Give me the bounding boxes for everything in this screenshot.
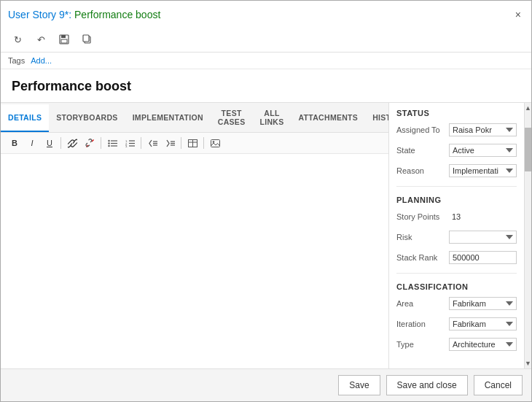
save-icon (59, 34, 69, 45)
iteration-label: Iteration (396, 320, 449, 328)
indent-decrease-button[interactable] (144, 135, 160, 151)
ordered-list-button[interactable]: 1. 2. 3. (122, 135, 138, 151)
story-points-value: 13 (449, 212, 517, 222)
title-prefix: User Story 9*: (8, 9, 71, 20)
close-button[interactable]: × (511, 7, 525, 22)
main-toolbar: ↻ ↶ (1, 27, 531, 53)
svg-rect-1 (61, 35, 66, 38)
assigned-to-value: Raisa Pokr (449, 123, 517, 136)
tags-label: Tags (8, 56, 25, 65)
italic-button[interactable]: I (24, 135, 40, 151)
insert-image-button[interactable] (207, 135, 223, 151)
tab-all-links[interactable]: ALL LINKS (252, 104, 291, 132)
tab-storyboards[interactable]: STORYBOARDS (49, 104, 125, 132)
undo-button[interactable]: ↶ (31, 30, 50, 49)
ordered-list-icon: 1. 2. 3. (125, 139, 135, 147)
insert-table-button[interactable] (184, 135, 200, 151)
stack-rank-label: Stack Rank (396, 253, 449, 262)
classification-section-header: CLASSIFICATION (396, 282, 517, 291)
type-value: ArchitectureFeatureBug (449, 338, 517, 351)
state-select[interactable]: ActiveResolvedClosedNew (449, 144, 517, 157)
reason-select[interactable]: Implementati (449, 164, 517, 177)
story-points-text: 13 (449, 211, 463, 223)
indent-increase-button[interactable] (162, 135, 178, 151)
save-close-button[interactable]: Save and close (386, 375, 468, 395)
title-main: Performance boost (74, 9, 160, 20)
svg-rect-4 (83, 35, 89, 42)
reason-row: Reason Implementati (396, 163, 517, 179)
story-points-label: Story Points (396, 212, 449, 221)
save-icon-button[interactable] (55, 30, 74, 49)
unordered-list-icon (108, 139, 117, 147)
main-content: DETAILS STORYBOARDS IMPLEMENTATION TEST … (1, 103, 531, 368)
refresh-button[interactable]: ↻ (8, 30, 27, 49)
planning-divider (396, 273, 517, 274)
iteration-value: Fabrikam (449, 317, 517, 331)
toolbar-separator-3 (141, 137, 141, 149)
reason-value: Implementati (449, 164, 517, 177)
scroll-up-arrow[interactable]: ▲ (525, 103, 531, 113)
remove-link-icon (85, 139, 95, 148)
state-row: State ActiveResolvedClosedNew (396, 142, 517, 158)
svg-rect-26 (211, 139, 219, 147)
unordered-list-button[interactable] (104, 135, 120, 151)
tab-implementation[interactable]: IMPLEMENTATION (125, 104, 211, 132)
tab-attachments[interactable]: ATTACHMENTS (291, 104, 365, 132)
work-item-title-input[interactable] (8, 77, 524, 96)
bold-button[interactable]: B (7, 135, 23, 151)
iteration-select[interactable]: Fabrikam (449, 317, 517, 331)
svg-text:3.: 3. (125, 144, 128, 147)
tabs-bar: DETAILS STORYBOARDS IMPLEMENTATION TEST … (1, 103, 388, 133)
copy-button[interactable] (78, 30, 97, 49)
stack-rank-row: Stack Rank (396, 250, 517, 266)
svg-point-7 (108, 144, 109, 146)
stack-rank-value (449, 251, 517, 264)
cancel-button[interactable]: Cancel (474, 375, 523, 395)
left-panel: DETAILS STORYBOARDS IMPLEMENTATION TEST … (1, 103, 389, 368)
status-divider (396, 186, 517, 187)
assigned-to-select[interactable]: Raisa Pokr (449, 123, 517, 136)
type-select[interactable]: ArchitectureFeatureBug (449, 338, 517, 351)
assigned-to-row: Assigned To Raisa Pokr (396, 122, 517, 138)
risk-select[interactable]: High Medium Low (449, 231, 517, 244)
svg-point-5 (108, 139, 109, 141)
hyperlink-button[interactable] (64, 135, 80, 151)
area-value: Fabrikam (449, 297, 517, 310)
underline-button[interactable]: U (42, 135, 58, 151)
editor-content-area[interactable] (1, 154, 388, 368)
tab-history[interactable]: HISTORY (365, 104, 389, 132)
area-select[interactable]: Fabrikam (449, 297, 517, 310)
indent-decrease-icon (148, 139, 157, 147)
assigned-to-label: Assigned To (396, 125, 449, 134)
tags-row: Tags Add... (1, 53, 531, 69)
editor-toolbar: B I U (1, 133, 388, 154)
right-panel: STATUS Assigned To Raisa Pokr State Acti… (389, 103, 524, 368)
svg-point-6 (108, 142, 109, 144)
toolbar-separator-5 (203, 137, 204, 149)
save-button[interactable]: Save (338, 375, 380, 395)
table-icon (188, 139, 197, 147)
hyperlink-icon (68, 139, 77, 148)
type-label: Type (396, 340, 449, 349)
svg-rect-2 (61, 39, 67, 43)
scroll-track: ▲ ▼ (524, 103, 531, 368)
stack-rank-input[interactable] (449, 251, 517, 264)
risk-value: High Medium Low (449, 231, 517, 244)
area-row: Area Fabrikam (396, 295, 517, 312)
reason-label: Reason (396, 166, 449, 175)
risk-label: Risk (396, 233, 449, 241)
story-points-row: Story Points 13 (396, 209, 517, 225)
state-label: State (396, 146, 449, 155)
remove-link-button[interactable] (82, 135, 98, 151)
copy-icon (82, 34, 93, 45)
scroll-thumb[interactable] (525, 128, 531, 171)
iteration-row: Iteration Fabrikam (396, 316, 517, 332)
scroll-down-arrow[interactable]: ▼ (525, 358, 531, 368)
title-input-row (1, 69, 531, 103)
type-row: Type ArchitectureFeatureBug (396, 336, 517, 352)
image-icon (211, 139, 220, 147)
tags-add-button[interactable]: Add... (31, 56, 52, 65)
status-section-header: STATUS (396, 109, 517, 117)
tab-test-cases[interactable]: TEST CASES (211, 104, 253, 132)
tab-details[interactable]: DETAILS (1, 104, 49, 132)
